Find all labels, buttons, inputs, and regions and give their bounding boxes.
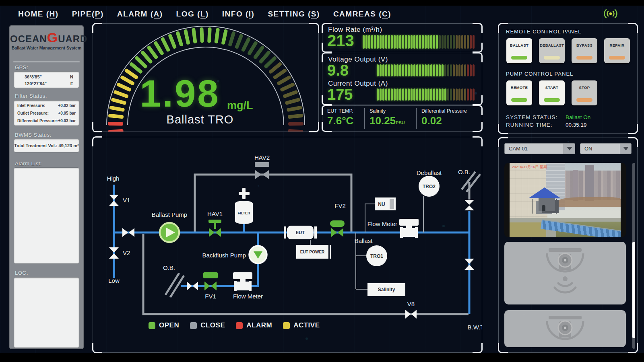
label-ob-top: O.B. — [458, 169, 470, 175]
bar-segment — [453, 35, 455, 49]
bar-segment — [408, 64, 410, 76]
bar-segment — [473, 64, 475, 76]
camera-power-value: ON — [580, 146, 620, 152]
nav-item-i[interactable]: INFO (I) — [222, 10, 255, 19]
flow-meter-bottom[interactable] — [233, 272, 252, 291]
flow-rate-panel: Flow Rate (m³/h) 213 — [322, 23, 482, 52]
chevron-down-icon[interactable] — [620, 144, 631, 154]
label-flow-meter-bottom: Flow Meter — [233, 293, 263, 300]
bar-segment — [388, 35, 390, 49]
label-low: Low — [108, 277, 120, 284]
bar-segment — [467, 88, 469, 101]
start-button[interactable]: START — [539, 80, 565, 105]
camera-feed-1[interactable]: 2021年11月16日 星期二 — [504, 163, 626, 237]
bar-segment — [444, 88, 446, 101]
person — [542, 205, 545, 211]
bar-segment — [380, 64, 382, 76]
bar-segment — [388, 64, 390, 76]
voltage-bar — [377, 64, 475, 76]
signal-icon — [602, 8, 619, 21]
bar-segment — [377, 88, 379, 101]
bar-segment — [464, 35, 466, 49]
bar-segment — [427, 64, 429, 76]
backflush-pump[interactable] — [249, 246, 267, 263]
bar-segment — [391, 64, 393, 76]
label-flow-meter-top: Flow Meter — [367, 220, 397, 227]
chevron-down-icon[interactable] — [564, 144, 575, 154]
status-indicator — [609, 56, 625, 60]
camera-select[interactable]: CAM 01 — [504, 143, 575, 154]
remote-button[interactable]: REMOTE — [506, 80, 532, 105]
bar-segment — [380, 88, 382, 101]
bar-segment — [453, 64, 455, 76]
eut-unit[interactable]: EUT — [284, 226, 317, 239]
alarm-list-box[interactable] — [14, 167, 79, 264]
bar-segment — [461, 64, 463, 76]
bar-segment — [436, 88, 438, 101]
camera-panel: CAM 01 ON 2021年11月16日 星期二 — [498, 138, 638, 353]
tro2-sensor[interactable]: TRO2 — [419, 176, 440, 197]
flow-meter-top[interactable] — [399, 219, 419, 238]
ballast-pump[interactable] — [160, 223, 179, 242]
camera-power-select[interactable]: ON — [580, 143, 632, 154]
alarm-list-label: Alarm List: — [15, 160, 42, 167]
bar-segment — [411, 88, 413, 101]
running-time-value: 00:35:19 — [566, 122, 587, 128]
bar-segment — [456, 64, 458, 76]
bar-segment — [470, 64, 472, 76]
valve-ob-top[interactable] — [464, 200, 474, 210]
salinity-sensor[interactable]: Salinity — [367, 283, 405, 296]
bar-segment — [447, 64, 449, 76]
bar-segment — [450, 64, 452, 76]
dome-camera-icon — [539, 316, 591, 347]
valve-hav1[interactable] — [208, 220, 221, 237]
valve-fv2[interactable] — [330, 220, 345, 237]
nav-item-c[interactable]: CAMREAS (C) — [333, 10, 391, 19]
ballast-button[interactable]: BALLAST — [506, 38, 532, 63]
bar-segment — [464, 88, 466, 101]
bar-segment — [377, 35, 379, 49]
bar-segment — [413, 64, 415, 76]
bypass-button[interactable]: BYPASS — [572, 38, 597, 63]
flow-rate-value: 213 — [327, 32, 354, 50]
repair-button[interactable]: REPAIR — [604, 38, 630, 63]
tro-gauge-panel: 1.98 mg/L Ballast TRO — [93, 23, 319, 132]
nav-item-a[interactable]: ALARM (A) — [117, 10, 163, 19]
legend-swatch — [149, 322, 155, 329]
bar-segment — [461, 35, 463, 49]
bar-segment — [458, 35, 460, 49]
bar-segment — [422, 64, 424, 76]
nav-item-p[interactable]: PIPE(P) — [72, 10, 104, 19]
salinity-value: 10.25PSU — [369, 115, 416, 127]
bar-segment — [408, 35, 410, 49]
filter[interactable]: FILTER — [235, 188, 253, 224]
tro1-sensor[interactable]: TRO1 — [366, 245, 387, 266]
salinity-box-label: Salinity — [378, 287, 395, 292]
nav-item-l[interactable]: LOG (L) — [176, 10, 209, 19]
camera-feed-3-placeholder[interactable] — [504, 310, 626, 347]
label-v1: V1 — [123, 197, 130, 204]
eut-temp-label: EUT TEMP. — [327, 108, 364, 114]
status-indicator — [544, 56, 560, 60]
deballast-button[interactable]: DEBALLAST — [539, 38, 565, 63]
valve-hav2[interactable] — [255, 162, 269, 179]
camera-feed-2-placeholder[interactable] — [504, 242, 626, 304]
log-box[interactable] — [14, 277, 79, 348]
bar-segment — [422, 35, 424, 49]
bar-segment — [442, 64, 444, 76]
bar-segment — [399, 35, 401, 49]
pipe-diagram-panel: FILTER EUT EUT PO — [93, 137, 482, 353]
salinity-cell: Salinity 10.25PSU — [365, 106, 416, 131]
nu-box: NU — [375, 197, 396, 210]
legend-item-active: ACTIVE — [283, 321, 320, 329]
camera-scrollbar-thumb[interactable] — [632, 242, 635, 338]
bar-segment — [470, 88, 472, 101]
filter-status-box: Inlet Pressure:+0.02 barOutlet Pressure:… — [14, 100, 79, 126]
nav-item-h[interactable]: HOME (H) — [18, 10, 59, 19]
stop-button[interactable]: STOP — [572, 80, 597, 105]
system-status-value: Ballast On — [566, 114, 590, 120]
valve-fv1[interactable] — [203, 272, 218, 290]
nav-item-s[interactable]: SETTING (S) — [268, 10, 320, 19]
diagram-legend: OPENCLOSEALARMACTIVE — [149, 321, 320, 329]
diff-pressure-value: 0.02 — [421, 115, 482, 127]
